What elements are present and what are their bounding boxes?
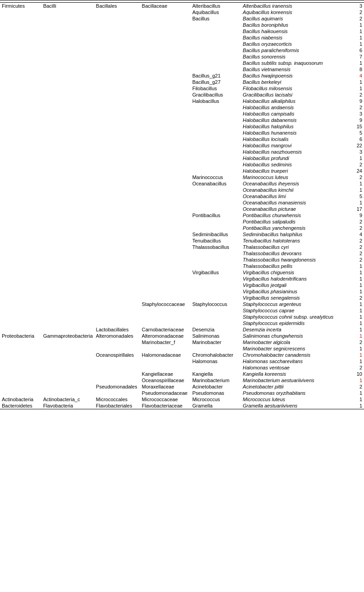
cell-no: 1 (346, 155, 364, 161)
cell-no: 1 (346, 288, 364, 295)
cell-genus: Desemzia (190, 326, 241, 333)
cell-family (140, 79, 190, 85)
cell-no: 1 (346, 390, 364, 396)
cell-phylum (0, 15, 41, 22)
cell-family (140, 123, 190, 130)
cell-phylum (0, 212, 41, 218)
cell-species: Halomonas ventosae (241, 364, 347, 371)
cell-class (41, 339, 94, 345)
cell-phylum (0, 34, 41, 41)
cell-genus (190, 206, 241, 212)
cell-species: Kangiella koreensis (241, 371, 347, 377)
cell-genus (190, 282, 241, 288)
cell-phylum (0, 276, 41, 282)
cell-no: 2 (346, 339, 364, 345)
cell-order (94, 174, 140, 180)
cell-species: Halobacillus mangrovi (241, 142, 347, 149)
cell-species: Halomonas saccharevitans (241, 358, 347, 364)
cell-phylum (0, 193, 41, 199)
cell-no: 6 (346, 47, 364, 53)
table-row: Halobacillus andaensis2 (0, 104, 364, 111)
cell-family (140, 269, 190, 276)
cell-no: 1 (346, 320, 364, 326)
cell-class (41, 295, 94, 301)
cell-species: Bacillus hwajinpoensis (241, 73, 347, 79)
cell-order (94, 155, 140, 161)
cell-no: 2 (346, 383, 364, 390)
cell-family: Marinobacter_f (140, 339, 190, 345)
cell-no: 8 (346, 66, 364, 73)
cell-genus (190, 41, 241, 47)
cell-phylum (0, 199, 41, 206)
cell-phylum (0, 174, 41, 180)
table-row: Halobacillus mangrovi22 (0, 142, 364, 149)
table-row: KangiellaceaeKangiellaKangiella koreensi… (0, 371, 364, 377)
cell-family (140, 250, 190, 257)
cell-class (41, 92, 94, 98)
table-row: Halobacillus naozhouensis3 (0, 149, 364, 155)
cell-family (140, 85, 190, 92)
cell-family (140, 174, 190, 180)
cell-genus (190, 130, 241, 136)
cell-phylum (0, 60, 41, 66)
cell-phylum (0, 326, 41, 333)
cell-no: 15 (346, 123, 364, 130)
cell-genus: Staphylococcus (190, 301, 241, 307)
cell-family (140, 117, 190, 123)
cell-order (94, 238, 140, 244)
cell-order: Oceanospirillales (94, 352, 140, 358)
cell-no: 1 (346, 307, 364, 314)
cell-no: 2 (346, 92, 364, 98)
cell-order (94, 276, 140, 282)
cell-phylum (0, 136, 41, 142)
cell-no: 10 (346, 371, 364, 377)
cell-class (41, 263, 94, 269)
cell-family (140, 53, 190, 60)
cell-phylum (0, 98, 41, 104)
cell-phylum (0, 339, 41, 345)
cell-phylum (0, 218, 41, 225)
cell-phylum (0, 314, 41, 320)
cell-class (41, 244, 94, 250)
cell-phylum (0, 73, 41, 79)
cell-class (41, 60, 94, 66)
cell-phylum (0, 142, 41, 149)
cell-genus: Marinobacterium (190, 377, 241, 383)
cell-species: Bacillus subtilis subsp. inaquosorum (241, 60, 347, 66)
cell-no: 1 (346, 60, 364, 66)
cell-no: 1 (346, 180, 364, 187)
cell-class (41, 73, 94, 79)
cell-phylum (0, 282, 41, 288)
cell-class (41, 199, 94, 206)
cell-species: Marinobacter algicola (241, 339, 347, 345)
cell-class: Actinobacteria_c (41, 396, 94, 403)
cell-species: Salinimonas chungwhensis (241, 333, 347, 339)
cell-order (94, 142, 140, 149)
cell-no: 1 (346, 28, 364, 34)
cell-genus: Bacillus_g27 (190, 79, 241, 85)
cell-genus (190, 168, 241, 174)
cell-class (41, 269, 94, 276)
table-row: ProteobacteriaGammaproteobacteriaAlterom… (0, 333, 364, 339)
cell-class (41, 41, 94, 47)
cell-genus: Aquibacillus (190, 9, 241, 15)
cell-genus (190, 193, 241, 199)
cell-class (41, 314, 94, 320)
cell-genus (190, 257, 241, 263)
cell-order: Bacillales (94, 3, 140, 10)
cell-family (140, 34, 190, 41)
cell-genus (190, 295, 241, 301)
cell-phylum (0, 104, 41, 111)
cell-class (41, 161, 94, 168)
cell-class (41, 187, 94, 193)
table-row: Bacillus vietnamensis8 (0, 66, 364, 73)
cell-species: Desemzia incerta (241, 326, 347, 333)
cell-genus (190, 155, 241, 161)
cell-species: Virgibacillus jeotgali (241, 282, 347, 288)
cell-order: Micrococcales (94, 396, 140, 403)
cell-genus: Halomonas (190, 358, 241, 364)
cell-no: 2 (346, 250, 364, 257)
cell-family (140, 218, 190, 225)
cell-no: 1 (346, 345, 364, 352)
cell-order (94, 263, 140, 269)
